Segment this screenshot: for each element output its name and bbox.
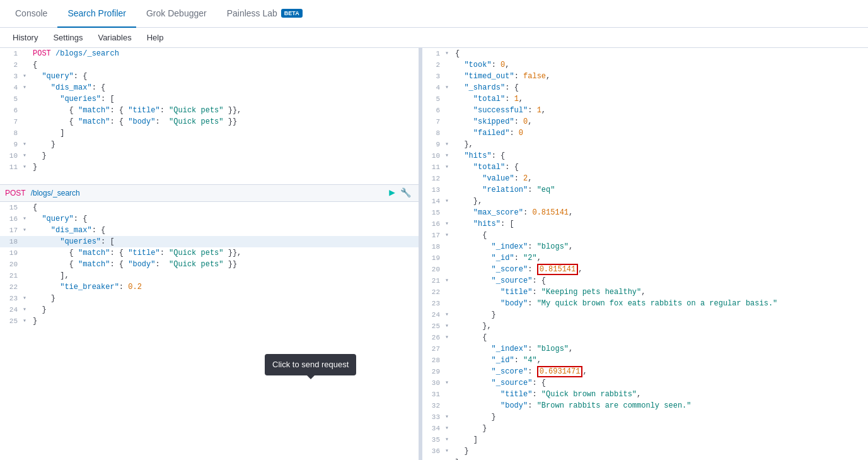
tab-console[interactable]: Console [5,0,57,28]
tooltip: Click to send request [265,354,356,375]
code-line: 24 ▾ } [0,304,419,316]
code-line: 8 "failed": 0 [422,127,868,139]
code-line: 25 ▾ } [0,316,419,327]
code-line: 1 ▾ { [422,48,868,59]
code-line: 17 ▾ "dis_max": { [0,225,419,236]
right-panel: 1 ▾ { 2 "took": 0, 3 "timed_out": false,… [422,48,868,460]
code-line: 22 "tie_breaker": 0.2 [0,281,419,293]
code-line: 14 ▾ }, [422,196,868,207]
top-navigation: Console Search Profiler Grok Debugger Pa… [0,0,868,28]
sub-navigation: History Settings Variables Help [0,28,868,48]
code-line: 36 ▾ } [422,445,868,457]
code-line: 25 ▾ }, [422,321,868,332]
sub-nav-help[interactable]: Help [139,28,171,48]
code-editor-right: 1 ▾ { 2 "took": 0, 3 "timed_out": false,… [422,48,868,460]
code-line: 8 ] [0,127,419,139]
section2-header: POST /blogs/_search ▶ 🔧 Click to send re… [0,184,419,202]
code-line: 2 "took": 0, [422,59,868,71]
code-line: 5 "total": 1, [422,93,868,105]
sub-nav-variables[interactable]: Variables [90,28,139,48]
code-line: 18 "_index": "blogs", [422,241,868,252]
code-line: 21 ▾ "_source": { [422,275,868,286]
main-layout: 1 POST /blogs/_search 2 { 3 ▾ "query": {… [0,48,868,460]
action-icons: ▶ 🔧 [389,187,411,199]
code-line: 24 ▾ } [422,309,868,321]
code-line: 11 ▾ "total": { [422,162,868,173]
code-editor-left[interactable]: 1 POST /blogs/_search 2 { 3 ▾ "query": {… [0,48,419,327]
code-line: 16 ▾ "query": { [0,213,419,225]
code-line: 6 { "match": { "title": "Quick pets" }}, [0,105,419,116]
tab-painless-lab[interactable]: Painless Lab BETA [217,0,313,28]
beta-badge: BETA [281,9,303,18]
score-highlight-2: 0.6931471 [537,366,583,377]
code-line: 17 ▾ { [422,230,868,241]
code-line: 33 ▾ } [422,411,868,423]
code-line: 32 "body": "Brown rabbits are commonly s… [422,400,868,411]
code-line: 19 { "match": { "title": "Quick pets" }}… [0,247,419,259]
code-line: 1 POST /blogs/_search [0,48,419,59]
tab-grok-debugger[interactable]: Grok Debugger [136,0,217,28]
code-line-spacer [0,173,419,184]
sub-nav-history[interactable]: History [5,28,45,48]
code-line: 29 "_score": 0.6931471, [422,366,868,377]
code-line: 9 ▾ } [0,139,419,150]
code-line: 20 { "match": { "body": "Quick pets" }} [0,259,419,270]
left-panel: 1 POST /blogs/_search 2 { 3 ▾ "query": {… [0,48,419,460]
code-line: 37 } [422,457,868,460]
code-line: 28 "_id": "4", [422,355,868,366]
code-line: 35 ▾ ] [422,434,868,445]
code-line: 31 "title": "Quick brown rabbits", [422,389,868,400]
code-line: 16 ▾ "hits": [ [422,218,868,230]
code-line: 11 ▾ } [0,162,419,173]
code-line: 4 ▾ "dis_max": { [0,82,419,93]
code-line: 23 "body": "My quick brown fox eats rabb… [422,298,868,309]
code-line: 2 { [0,59,419,71]
code-line: 21 ], [0,270,419,281]
code-line: 3 ▾ "query": { [0,71,419,82]
sub-nav-settings[interactable]: Settings [45,28,90,48]
code-line-highlighted: 18 "queries": [ [0,236,419,247]
code-line: 9 ▾ }, [422,139,868,150]
code-line: 3 "timed_out": false, [422,71,868,82]
code-line: 15 { [0,202,419,213]
code-line: 7 { "match": { "body": "Quick pets" }} [0,116,419,127]
code-line: 13 "relation": "eq" [422,184,868,196]
code-line: 7 "skipped": 0, [422,116,868,127]
code-line: 15 "max_score": 0.815141, [422,207,868,218]
code-line: 10 ▾ } [0,150,419,162]
code-line: 20 "_score": 0.815141, [422,264,868,275]
code-line: 26 ▾ { [422,332,868,343]
code-line: 30 ▾ "_source": { [422,377,868,389]
code-line: 34 ▾ } [422,423,868,434]
code-line: 27 "_index": "blogs", [422,343,868,355]
code-line: 12 "value": 2, [422,173,868,184]
play-button[interactable]: ▶ [389,187,395,199]
tab-search-profiler[interactable]: Search Profiler [57,0,136,28]
code-line: 10 ▾ "hits": { [422,150,868,162]
wrench-icon[interactable]: 🔧 [400,187,411,199]
code-line: 6 "successful": 1, [422,105,868,116]
code-line: 5 "queries": [ [0,93,419,105]
code-line: 22 "title": "Keeping pets healthy", [422,286,868,298]
code-line: 23 ▾ } [0,293,419,304]
code-line: 4 ▾ "_shards": { [422,82,868,93]
score-highlight-1: 0.815141 [537,264,579,275]
code-line: 19 "_id": "2", [422,252,868,264]
